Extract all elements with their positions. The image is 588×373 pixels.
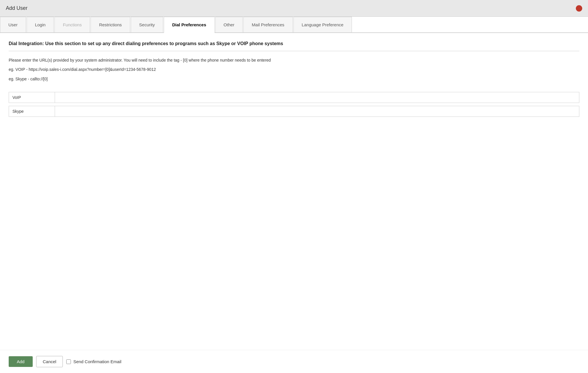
tab-login[interactable]: Login bbox=[27, 17, 54, 32]
divider bbox=[9, 51, 579, 51]
footer: Add Cancel Send Confirmation Email bbox=[0, 350, 588, 373]
skype-input[interactable] bbox=[55, 106, 579, 117]
content-area: Dial Integration: Use this section to se… bbox=[0, 33, 588, 350]
tab-mail-preferences[interactable]: Mail Preferences bbox=[243, 17, 293, 32]
voip-input[interactable] bbox=[55, 92, 579, 103]
send-confirmation-text: Send Confirmation Email bbox=[73, 359, 121, 364]
tab-language-preference[interactable]: Language Preference bbox=[293, 17, 352, 32]
voip-label: VoIP bbox=[9, 92, 55, 103]
cancel-button[interactable]: Cancel bbox=[36, 356, 63, 367]
send-confirmation-checkbox[interactable] bbox=[66, 359, 71, 364]
section-title: Dial Integration: Use this section to se… bbox=[9, 41, 579, 46]
info-line-2: eg. VOIP - https://voip.sales-i.com/dial… bbox=[9, 66, 579, 73]
skype-row: Skype bbox=[9, 106, 579, 117]
close-button[interactable] bbox=[576, 5, 582, 12]
info-line-1: Please enter the URL(s) provided by your… bbox=[9, 57, 579, 63]
tab-security[interactable]: Security bbox=[131, 17, 163, 32]
main-content: User Login Functions Restrictions Securi… bbox=[0, 17, 588, 373]
page-title: Add User bbox=[6, 5, 27, 11]
fields-section: VoIP Skype bbox=[9, 92, 579, 120]
tabs-bar: User Login Functions Restrictions Securi… bbox=[0, 17, 588, 33]
title-bar: Add User bbox=[0, 0, 588, 17]
add-button[interactable]: Add bbox=[9, 356, 33, 367]
voip-row: VoIP bbox=[9, 92, 579, 103]
tab-user[interactable]: User bbox=[0, 17, 26, 32]
skype-label: Skype bbox=[9, 106, 55, 117]
tab-other[interactable]: Other bbox=[215, 17, 243, 32]
app-container: Add User User Login Functions Restrictio… bbox=[0, 0, 588, 373]
tab-restrictions[interactable]: Restrictions bbox=[91, 17, 130, 32]
info-line-3: eg. Skype - callto://[0] bbox=[9, 76, 579, 82]
send-confirmation-label[interactable]: Send Confirmation Email bbox=[66, 359, 121, 364]
tab-dial-preferences[interactable]: Dial Preferences bbox=[164, 17, 215, 33]
tab-functions[interactable]: Functions bbox=[54, 17, 90, 32]
